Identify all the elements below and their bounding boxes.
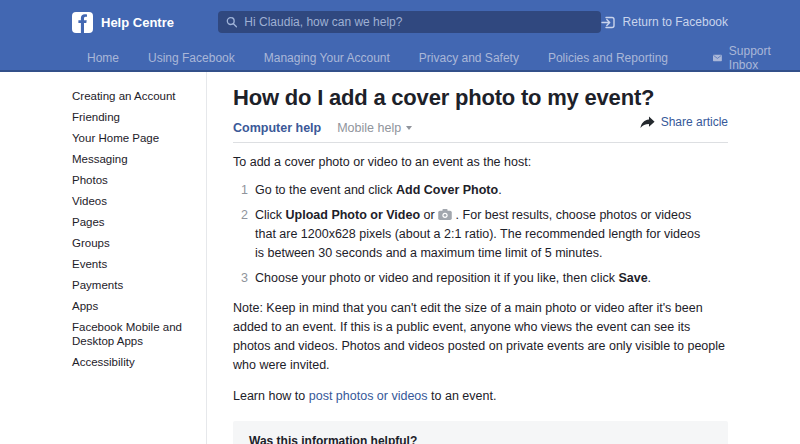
tabs-divider [233, 142, 728, 143]
nav-item[interactable]: Home [80, 51, 126, 65]
step-number: 1 [233, 181, 255, 200]
step-number: 2 [233, 206, 255, 263]
text-segment: Save [618, 271, 647, 285]
nav-item[interactable]: Managing Your Account [257, 51, 397, 65]
step-number: 3 [233, 269, 255, 288]
sidebar-category-item[interactable]: Friending [72, 110, 196, 124]
nav-item[interactable]: Using Facebook [141, 51, 242, 65]
article-title: How do I add a cover photo to my event? [233, 85, 728, 111]
sidebar-category-item[interactable]: Facebook Mobile and Desktop Apps [72, 320, 196, 348]
return-to-facebook-link[interactable]: Return to Facebook [601, 15, 728, 30]
step-text: Go to the event and click Add Cover Phot… [255, 181, 502, 200]
support-inbox-label: Support Inbox [729, 44, 776, 72]
chevron-down-icon [406, 126, 412, 130]
envelope-icon [713, 53, 722, 63]
category-sidebar: Creating an Account Friending Your Home … [0, 72, 207, 444]
text-segment: to an event. [428, 389, 497, 403]
search-box[interactable] [218, 11, 601, 33]
text-segment: Go to the event and click [255, 183, 396, 197]
share-article-button[interactable]: Share article [640, 115, 728, 129]
text-segment: . [648, 271, 651, 285]
instruction-steps: 1 Go to the event and click Add Cover Ph… [233, 181, 728, 288]
sidebar-category-item[interactable]: Groups [72, 236, 196, 250]
step-text: Choose your photo or video and repositio… [255, 269, 651, 288]
article-main: How do I add a cover photo to my event? … [233, 72, 728, 444]
facebook-logo-icon [72, 12, 93, 33]
text-segment: Add Cover Photo [396, 183, 498, 197]
platform-tab[interactable]: Computer help [233, 121, 321, 135]
instruction-step: 1 Go to the event and click Add Cover Ph… [233, 181, 711, 200]
search-icon [226, 16, 237, 28]
text-segment: Choose your photo or video and repositio… [255, 271, 618, 285]
sidebar-category-item[interactable]: Accessibility [72, 355, 196, 369]
text-segment: . [498, 183, 501, 197]
text-segment: Upload Photo or Video [286, 208, 421, 222]
inline-link[interactable]: post photos or videos [309, 389, 428, 403]
feedback-question: Was this information helpful? [249, 434, 712, 444]
sidebar-category-item[interactable]: Photos [72, 173, 196, 187]
help-nav-bar: Home Using Facebook Managing Your Accoun… [0, 44, 800, 72]
nav-item[interactable]: Policies and Reporting [541, 51, 675, 65]
tab-label: Mobile help [337, 121, 401, 135]
sidebar-category-item[interactable]: Apps [72, 299, 196, 313]
instruction-step: 2 Click Upload Photo or Video or . For b… [233, 206, 711, 263]
support-inbox-link[interactable]: Support Inbox [713, 44, 776, 72]
sidebar-category-item[interactable]: Videos [72, 194, 196, 208]
sidebar-category-item[interactable]: Payments [72, 278, 196, 292]
sidebar-category-item[interactable]: Pages [72, 215, 196, 229]
share-label: Share article [661, 115, 728, 129]
return-arrow-icon [601, 15, 616, 30]
sidebar-category-item[interactable]: Events [72, 257, 196, 271]
text-segment: or [420, 208, 438, 222]
step-text: Click Upload Photo or Video or . For bes… [255, 206, 711, 263]
platform-tab[interactable]: Mobile help [337, 121, 412, 135]
article-intro: To add a cover photo or video to an even… [233, 153, 728, 172]
feedback-box: Was this information helpful? Yes No [233, 421, 728, 444]
return-label: Return to Facebook [623, 15, 728, 29]
header: Help Centre Return to Facebook [0, 0, 800, 72]
search-input[interactable] [244, 15, 592, 29]
sidebar-category-item[interactable]: Your Home Page [72, 131, 196, 145]
text-segment: Learn how to [233, 389, 309, 403]
sidebar-category-item[interactable]: Messaging [72, 152, 196, 166]
instruction-step: 3 Choose your photo or video and reposit… [233, 269, 711, 288]
top-bar: Help Centre Return to Facebook [0, 0, 800, 44]
nav-items: Home Using Facebook Managing Your Accoun… [80, 51, 690, 65]
text-segment: Click [255, 208, 286, 222]
article-note: Note: Keep in mind that you can't edit t… [233, 299, 728, 375]
learn-more-line: Learn how to post photos or videos to an… [233, 387, 728, 406]
nav-item[interactable]: Privacy and Safety [412, 51, 526, 65]
facebook-logo-brand[interactable]: Help Centre [72, 12, 174, 33]
page-body: Creating an Account Friending Your Home … [0, 72, 800, 444]
help-centre-page: Help Centre Return to Facebook [0, 0, 800, 444]
sidebar-category-item[interactable]: Creating an Account [72, 89, 196, 103]
tab-label: Computer help [233, 121, 321, 135]
camera-icon [438, 209, 452, 220]
share-arrow-icon [640, 116, 655, 129]
brand-title: Help Centre [101, 15, 174, 30]
